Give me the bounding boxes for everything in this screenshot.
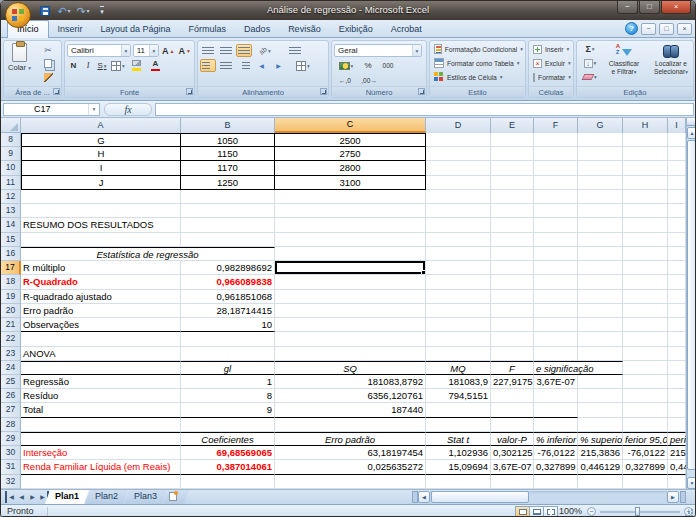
cell-F14[interactable]	[534, 218, 578, 232]
row-header-26[interactable]: 26	[1, 389, 21, 403]
cell-H32[interactable]	[623, 475, 668, 489]
row-header-9[interactable]: 9	[1, 147, 21, 161]
cell-D18[interactable]	[426, 275, 491, 289]
zoom-slider-handle[interactable]	[635, 507, 640, 516]
cell-D30[interactable]: 1,102936	[426, 446, 491, 460]
cell-H31[interactable]: 0,327899	[623, 460, 668, 474]
cell-G30[interactable]: 215,3836	[578, 446, 623, 460]
cell-B28[interactable]	[181, 418, 275, 432]
underline-button[interactable]: S▾	[96, 59, 108, 72]
cell-B12[interactable]	[181, 190, 275, 204]
scroll-right-button[interactable]: ▶	[667, 491, 679, 503]
cell-I30[interactable]: 215,3	[668, 446, 686, 460]
row-header-16[interactable]: 16	[1, 247, 21, 261]
cell-D12[interactable]	[426, 190, 491, 204]
cell-I22[interactable]	[668, 332, 686, 346]
cell-F19[interactable]	[534, 290, 578, 304]
row-header-21[interactable]: 21	[1, 318, 21, 332]
cell-A13[interactable]	[21, 204, 181, 218]
cell-D13[interactable]	[426, 204, 491, 218]
zoom-level[interactable]: 100%	[559, 505, 582, 517]
vertical-scroll-thumb[interactable]	[687, 140, 696, 470]
cell-H12[interactable]	[623, 190, 668, 204]
cell-D20[interactable]	[426, 304, 491, 318]
cell-H17[interactable]	[623, 261, 668, 275]
row-header-8[interactable]: 8	[1, 133, 21, 147]
insert-sheet-tab[interactable]	[163, 490, 189, 504]
row-header-18[interactable]: 18	[1, 275, 21, 289]
sheet-nav-prev[interactable]: ◀	[16, 491, 27, 503]
cell-D28[interactable]	[426, 418, 491, 432]
cell-G25[interactable]	[578, 375, 623, 389]
cell-C20[interactable]	[275, 304, 426, 318]
tab-inserir[interactable]: Inserir	[49, 20, 92, 38]
page-layout-view-button[interactable]	[529, 506, 544, 517]
cell-B30[interactable]: 69,68569065	[181, 446, 275, 460]
cell-E13[interactable]	[491, 204, 534, 218]
cell-F24[interactable]: e significação	[534, 361, 623, 375]
accounting-format-button[interactable]: ▾	[334, 59, 358, 72]
cell-B17[interactable]: 0,982898692	[181, 261, 275, 275]
cell-C17[interactable]	[275, 261, 426, 275]
cell-I16[interactable]	[668, 247, 686, 261]
tab-dados[interactable]: Dados	[235, 20, 279, 38]
cell-E12[interactable]	[491, 190, 534, 204]
cell-D27[interactable]	[426, 403, 491, 417]
column-header-G[interactable]: G	[578, 118, 623, 133]
cell-D25[interactable]: 181083,9	[426, 375, 491, 389]
cell-F23[interactable]	[534, 347, 578, 361]
cell-D14[interactable]	[426, 218, 491, 232]
cell-A32[interactable]	[21, 475, 181, 489]
cell-G32[interactable]	[578, 475, 623, 489]
cell-F26[interactable]	[534, 389, 578, 403]
cell-D16[interactable]	[426, 247, 491, 261]
cell-F22[interactable]	[534, 332, 578, 346]
cell-E23[interactable]	[491, 347, 534, 361]
cell-E15[interactable]	[491, 233, 534, 247]
cell-D23[interactable]	[426, 347, 491, 361]
cell-D15[interactable]	[426, 233, 491, 247]
cell-C23[interactable]	[275, 347, 426, 361]
zoom-out-button[interactable]: −	[587, 507, 596, 516]
cell-B25[interactable]: 1	[181, 375, 275, 389]
normal-view-button[interactable]	[515, 506, 530, 517]
cell-D24[interactable]: MQ	[426, 361, 491, 375]
cell-I29[interactable]: perior	[668, 432, 686, 446]
cell-C22[interactable]	[275, 332, 426, 346]
cell-B32[interactable]	[181, 475, 275, 489]
cell-B9[interactable]: 1150	[181, 147, 275, 161]
close-button[interactable]: ×	[661, 1, 691, 14]
merge-center-button[interactable]: ▾	[291, 59, 315, 72]
cell-B26[interactable]: 8	[181, 389, 275, 403]
orientation-button[interactable]: ab▾	[254, 44, 276, 57]
column-header-E[interactable]: E	[491, 118, 534, 133]
align-middle-button[interactable]	[218, 44, 234, 57]
row-header-19[interactable]: 19	[1, 290, 21, 304]
cell-D32[interactable]	[426, 475, 491, 489]
cell-G17[interactable]	[578, 261, 623, 275]
office-button[interactable]	[5, 2, 31, 28]
column-header-I[interactable]: I	[668, 118, 686, 133]
cell-I20[interactable]	[668, 304, 686, 318]
align-bottom-button[interactable]	[236, 44, 252, 57]
cell-A28[interactable]	[21, 418, 181, 432]
row-header-13[interactable]: 13	[1, 204, 21, 218]
cell-A27[interactable]: Total	[21, 403, 181, 417]
cell-A22[interactable]	[21, 332, 181, 346]
sheet-nav-next[interactable]: ▶	[27, 491, 38, 503]
cell-G29[interactable]: % superior	[578, 432, 623, 446]
cell-F15[interactable]	[534, 233, 578, 247]
cell-E19[interactable]	[491, 290, 534, 304]
clear-button[interactable]: ▾	[579, 70, 601, 84]
cell-G19[interactable]	[578, 290, 623, 304]
cell-G20[interactable]	[578, 304, 623, 318]
font-dialog-launcher[interactable]	[186, 88, 193, 95]
row-header-10[interactable]: 10	[1, 161, 21, 175]
formula-input[interactable]	[155, 103, 694, 116]
cell-E9[interactable]	[491, 147, 534, 161]
cell-D22[interactable]	[426, 332, 491, 346]
horizontal-scroll-thumb[interactable]	[431, 491, 529, 503]
cell-B23[interactable]	[181, 347, 275, 361]
cell-A24[interactable]	[21, 361, 181, 375]
comma-style-button[interactable]: 000	[378, 59, 398, 72]
